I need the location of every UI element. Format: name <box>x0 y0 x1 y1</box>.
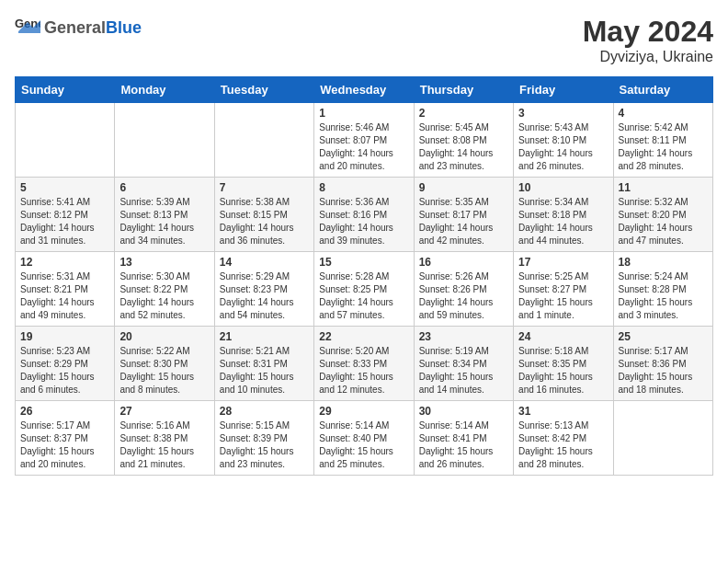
day-info: Sunrise: 5:26 AM Sunset: 8:26 PM Dayligh… <box>419 270 508 322</box>
day-number: 25 <box>619 330 708 343</box>
logo: General GeneralBlue <box>15 15 142 40</box>
calendar-week-5: 26Sunrise: 5:17 AM Sunset: 8:37 PM Dayli… <box>16 401 713 476</box>
day-info: Sunrise: 5:45 AM Sunset: 8:08 PM Dayligh… <box>419 121 508 173</box>
day-number: 24 <box>518 330 608 343</box>
day-number: 1 <box>319 107 408 120</box>
calendar-cell <box>613 401 712 476</box>
day-info: Sunrise: 5:41 AM Sunset: 8:12 PM Dayligh… <box>20 196 109 247</box>
day-number: 7 <box>220 181 309 194</box>
calendar-cell: 13Sunrise: 5:30 AM Sunset: 8:22 PM Dayli… <box>115 252 214 327</box>
day-number: 27 <box>119 405 209 418</box>
day-number: 16 <box>419 256 508 269</box>
day-number: 4 <box>619 107 708 120</box>
day-info: Sunrise: 5:30 AM Sunset: 8:22 PM Dayligh… <box>119 270 209 322</box>
day-info: Sunrise: 5:46 AM Sunset: 8:07 PM Dayligh… <box>319 121 408 173</box>
day-info: Sunrise: 5:34 AM Sunset: 8:18 PM Dayligh… <box>518 196 608 247</box>
calendar-cell: 6Sunrise: 5:39 AM Sunset: 8:13 PM Daylig… <box>115 178 214 252</box>
day-info: Sunrise: 5:42 AM Sunset: 8:11 PM Dayligh… <box>619 121 708 173</box>
day-number: 5 <box>20 181 109 194</box>
day-number: 31 <box>518 405 608 418</box>
day-info: Sunrise: 5:14 AM Sunset: 8:40 PM Dayligh… <box>319 419 408 471</box>
weekday-header-thursday: Thursday <box>414 77 513 103</box>
calendar-cell: 10Sunrise: 5:34 AM Sunset: 8:18 PM Dayli… <box>514 178 613 252</box>
calendar-cell: 28Sunrise: 5:15 AM Sunset: 8:39 PM Dayli… <box>214 401 313 476</box>
weekday-header-row: SundayMondayTuesdayWednesdayThursdayFrid… <box>16 77 713 103</box>
calendar-cell: 8Sunrise: 5:36 AM Sunset: 8:16 PM Daylig… <box>314 178 414 252</box>
day-number: 23 <box>419 330 508 343</box>
day-number: 22 <box>319 330 408 343</box>
calendar-cell: 23Sunrise: 5:19 AM Sunset: 8:34 PM Dayli… <box>414 327 513 401</box>
title-area: May 2024 Dyviziya, Ukraine <box>583 15 713 65</box>
calendar-cell: 20Sunrise: 5:22 AM Sunset: 8:30 PM Dayli… <box>115 327 214 401</box>
day-number: 19 <box>20 330 109 343</box>
day-info: Sunrise: 5:32 AM Sunset: 8:20 PM Dayligh… <box>619 196 708 247</box>
day-info: Sunrise: 5:23 AM Sunset: 8:29 PM Dayligh… <box>20 345 109 396</box>
day-number: 11 <box>619 181 708 194</box>
location-title: Dyviziya, Ukraine <box>583 49 713 65</box>
day-info: Sunrise: 5:38 AM Sunset: 8:15 PM Dayligh… <box>220 196 309 247</box>
day-info: Sunrise: 5:24 AM Sunset: 8:28 PM Dayligh… <box>619 270 708 322</box>
weekday-header-wednesday: Wednesday <box>314 77 414 103</box>
calendar-cell: 31Sunrise: 5:13 AM Sunset: 8:42 PM Dayli… <box>514 401 613 476</box>
day-info: Sunrise: 5:14 AM Sunset: 8:41 PM Dayligh… <box>419 419 508 471</box>
calendar-cell: 18Sunrise: 5:24 AM Sunset: 8:28 PM Dayli… <box>613 252 712 327</box>
day-number: 28 <box>220 405 309 418</box>
logo-general: GeneralBlue <box>44 18 142 38</box>
calendar-cell: 12Sunrise: 5:31 AM Sunset: 8:21 PM Dayli… <box>16 252 115 327</box>
weekday-header-monday: Monday <box>115 77 214 103</box>
calendar-cell: 21Sunrise: 5:21 AM Sunset: 8:31 PM Dayli… <box>214 327 313 401</box>
day-number: 17 <box>518 256 608 269</box>
logo-icon: General <box>15 15 40 40</box>
day-number: 10 <box>518 181 608 194</box>
day-info: Sunrise: 5:18 AM Sunset: 8:35 PM Dayligh… <box>518 345 608 396</box>
calendar-cell: 26Sunrise: 5:17 AM Sunset: 8:37 PM Dayli… <box>16 401 115 476</box>
calendar-cell: 16Sunrise: 5:26 AM Sunset: 8:26 PM Dayli… <box>414 252 513 327</box>
calendar-cell: 27Sunrise: 5:16 AM Sunset: 8:38 PM Dayli… <box>115 401 214 476</box>
weekday-header-tuesday: Tuesday <box>214 77 313 103</box>
day-number: 20 <box>119 330 209 343</box>
calendar-cell: 15Sunrise: 5:28 AM Sunset: 8:25 PM Dayli… <box>314 252 414 327</box>
calendar-cell: 25Sunrise: 5:17 AM Sunset: 8:36 PM Dayli… <box>613 327 712 401</box>
day-number: 15 <box>319 256 408 269</box>
day-number: 2 <box>419 107 508 120</box>
day-number: 6 <box>119 181 209 194</box>
day-info: Sunrise: 5:20 AM Sunset: 8:33 PM Dayligh… <box>319 345 408 396</box>
calendar-cell <box>115 103 214 178</box>
day-number: 30 <box>419 405 508 418</box>
calendar-week-4: 19Sunrise: 5:23 AM Sunset: 8:29 PM Dayli… <box>16 327 713 401</box>
calendar-cell <box>214 103 313 178</box>
day-info: Sunrise: 5:35 AM Sunset: 8:17 PM Dayligh… <box>419 196 508 247</box>
calendar-cell: 4Sunrise: 5:42 AM Sunset: 8:11 PM Daylig… <box>613 103 712 178</box>
day-number: 21 <box>220 330 309 343</box>
day-number: 9 <box>419 181 508 194</box>
weekday-header-friday: Friday <box>514 77 613 103</box>
day-number: 3 <box>518 107 608 120</box>
header: General GeneralBlue May 2024 Dyviziya, U… <box>15 15 713 65</box>
calendar-cell: 7Sunrise: 5:38 AM Sunset: 8:15 PM Daylig… <box>214 178 313 252</box>
day-info: Sunrise: 5:39 AM Sunset: 8:13 PM Dayligh… <box>119 196 209 247</box>
calendar-cell: 24Sunrise: 5:18 AM Sunset: 8:35 PM Dayli… <box>514 327 613 401</box>
calendar-cell: 29Sunrise: 5:14 AM Sunset: 8:40 PM Dayli… <box>314 401 414 476</box>
calendar-cell <box>16 103 115 178</box>
calendar-week-1: 1Sunrise: 5:46 AM Sunset: 8:07 PM Daylig… <box>16 103 713 178</box>
day-info: Sunrise: 5:17 AM Sunset: 8:37 PM Dayligh… <box>20 419 109 471</box>
day-number: 13 <box>119 256 209 269</box>
day-info: Sunrise: 5:31 AM Sunset: 8:21 PM Dayligh… <box>20 270 109 322</box>
day-info: Sunrise: 5:15 AM Sunset: 8:39 PM Dayligh… <box>220 419 309 471</box>
day-info: Sunrise: 5:16 AM Sunset: 8:38 PM Dayligh… <box>119 419 209 471</box>
calendar-cell: 19Sunrise: 5:23 AM Sunset: 8:29 PM Dayli… <box>16 327 115 401</box>
calendar-cell: 22Sunrise: 5:20 AM Sunset: 8:33 PM Dayli… <box>314 327 414 401</box>
day-info: Sunrise: 5:13 AM Sunset: 8:42 PM Dayligh… <box>518 419 608 471</box>
day-number: 8 <box>319 181 408 194</box>
weekday-header-saturday: Saturday <box>613 77 712 103</box>
calendar-body: 1Sunrise: 5:46 AM Sunset: 8:07 PM Daylig… <box>16 103 713 476</box>
weekday-header-sunday: Sunday <box>16 77 115 103</box>
calendar-cell: 2Sunrise: 5:45 AM Sunset: 8:08 PM Daylig… <box>414 103 513 178</box>
day-info: Sunrise: 5:21 AM Sunset: 8:31 PM Dayligh… <box>220 345 309 396</box>
day-number: 14 <box>220 256 309 269</box>
day-number: 12 <box>20 256 109 269</box>
day-number: 26 <box>20 405 109 418</box>
month-title: May 2024 <box>583 15 713 49</box>
day-info: Sunrise: 5:25 AM Sunset: 8:27 PM Dayligh… <box>518 270 608 322</box>
calendar-cell: 1Sunrise: 5:46 AM Sunset: 8:07 PM Daylig… <box>314 103 414 178</box>
